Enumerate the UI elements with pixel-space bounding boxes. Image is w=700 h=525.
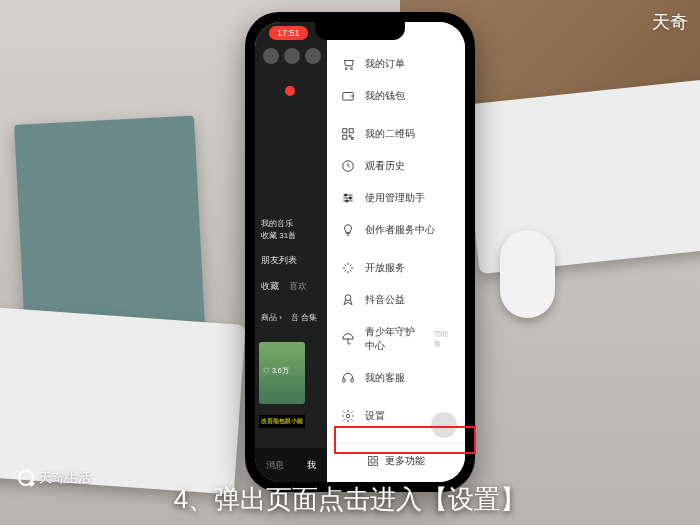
category-row: 商品 › 音 合集 <box>261 312 317 323</box>
menu-item-assistant[interactable]: 使用管理助手 <box>327 182 465 214</box>
menu-item-wallet[interactable]: 我的钱包 <box>327 80 465 112</box>
slider-icon <box>341 191 355 205</box>
brand-corner: 天奇 <box>652 10 688 34</box>
video-caption: 改善脂包眼小腿 <box>259 415 305 428</box>
watermark-logo: 天奇生活 <box>18 469 91 487</box>
svg-rect-11 <box>343 379 345 383</box>
watermark-text: 天奇生活 <box>39 469 91 487</box>
svg-rect-15 <box>374 457 378 461</box>
svg-rect-12 <box>351 379 353 383</box>
more-label: 更多功能 <box>385 454 425 468</box>
tabs-row: 收藏 喜欢 <box>261 280 307 293</box>
friends-list-label[interactable]: 朋友列表 <box>261 254 297 267</box>
menu-sublabel: 功能暂 <box>434 329 451 349</box>
menu-icon[interactable] <box>305 48 321 64</box>
menu-item-charity[interactable]: 抖音公益 <box>327 284 465 316</box>
svg-point-1 <box>351 68 353 70</box>
search-icon[interactable] <box>284 48 300 64</box>
menu-label: 我的客服 <box>365 371 405 385</box>
tutorial-caption: 4、弹出页面点击进入【设置】 <box>174 482 526 517</box>
qrcode-icon <box>341 127 355 141</box>
spark-icon <box>341 261 355 275</box>
menu-item-orders[interactable]: 我的订单 <box>327 48 465 80</box>
tab-collection[interactable]: 收藏 <box>261 281 279 291</box>
headset-icon <box>341 371 355 385</box>
goods-link[interactable]: 商品 › <box>261 313 282 322</box>
grid-icon <box>367 455 379 467</box>
bottom-nav: 消息 我 <box>255 448 327 482</box>
tab-me[interactable]: 我 <box>307 459 316 472</box>
svg-rect-17 <box>374 462 378 466</box>
menu-label: 抖音公益 <box>365 293 405 307</box>
menu-label: 青少年守护中心 <box>365 325 420 353</box>
svg-rect-5 <box>343 135 347 139</box>
status-time: 17:51 <box>269 26 308 40</box>
keyboard-prop-left <box>0 305 246 494</box>
menu-label: 观看历史 <box>365 159 405 173</box>
mouse-prop <box>500 230 555 318</box>
more-functions-button[interactable]: 更多功能 <box>327 443 465 482</box>
side-drawer-menu: 我的订单 我的钱包 我的二维码 观看历史 使用管理助手 <box>327 22 465 482</box>
menu-item-qrcode[interactable]: 我的二维码 <box>327 118 465 150</box>
ribbon-icon <box>341 293 355 307</box>
svg-point-9 <box>346 200 348 202</box>
my-music-count: 收藏 31首 <box>261 230 296 241</box>
my-music-label[interactable]: 我的音乐 <box>261 218 293 229</box>
menu-item-support[interactable]: 我的客服 <box>327 362 465 394</box>
sound-label: 音 合集 <box>291 313 317 322</box>
clock-icon <box>341 159 355 173</box>
umbrella-icon <box>341 332 355 346</box>
phone-notch <box>315 22 405 40</box>
tap-indicator <box>431 412 457 438</box>
tab-messages[interactable]: 消息 <box>266 459 284 472</box>
svg-rect-3 <box>343 129 347 133</box>
phone-screen: 17:51 我的音乐 收藏 31首 朋友列表 收藏 喜欢 <box>255 22 465 482</box>
keyboard-prop-right <box>462 76 700 274</box>
menu-item-history[interactable]: 观看历史 <box>327 150 465 182</box>
menu-label: 我的二维码 <box>365 127 415 141</box>
menu-label: 我的钱包 <box>365 89 405 103</box>
menu-label: 创作者服务中心 <box>365 223 435 237</box>
svg-rect-16 <box>369 462 373 466</box>
svg-rect-4 <box>349 129 353 133</box>
tutorial-scene: 17:51 我的音乐 收藏 31首 朋友列表 收藏 喜欢 <box>0 0 700 525</box>
video-likes: ♡ 3.6万 <box>263 366 289 376</box>
avatar-icon[interactable] <box>263 48 279 64</box>
menu-item-open-service[interactable]: 开放服务 <box>327 252 465 284</box>
background-app-dim[interactable]: 我的音乐 收藏 31首 朋友列表 收藏 喜欢 商品 › 音 合集 ♡ 3.6万 … <box>255 22 327 482</box>
menu-label: 开放服务 <box>365 261 405 275</box>
svg-point-0 <box>345 68 347 70</box>
svg-rect-14 <box>369 457 373 461</box>
notification-badge <box>285 86 295 96</box>
top-icons-row <box>263 48 321 64</box>
cart-icon <box>341 57 355 71</box>
menu-item-youth-guard[interactable]: 青少年守护中心 功能暂 <box>327 316 465 362</box>
phone-mockup: 17:51 我的音乐 收藏 31首 朋友列表 收藏 喜欢 <box>245 12 475 492</box>
wallet-icon <box>341 89 355 103</box>
menu-item-creator-center[interactable]: 创作者服务中心 <box>327 214 465 246</box>
tab-likes[interactable]: 喜欢 <box>289 281 307 291</box>
gear-icon <box>341 409 355 423</box>
lightbulb-icon <box>341 223 355 237</box>
menu-label: 我的订单 <box>365 57 405 71</box>
logo-icon <box>18 470 34 486</box>
menu-label: 设置 <box>365 409 385 423</box>
menu-label: 使用管理助手 <box>365 191 425 205</box>
svg-point-7 <box>345 194 347 196</box>
svg-point-10 <box>345 295 351 301</box>
svg-point-13 <box>346 414 350 418</box>
svg-point-8 <box>349 197 351 199</box>
